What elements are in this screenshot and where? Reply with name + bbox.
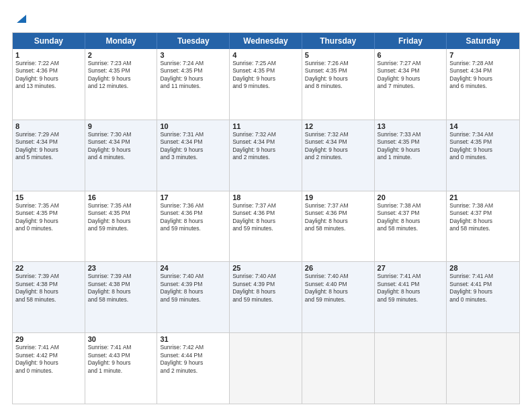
day-number: 4 — [232, 51, 299, 59]
calendar-cell: 21Sunrise: 7:38 AMSunset: 4:37 PMDayligh… — [447, 191, 519, 262]
day-info: Sunrise: 7:38 AMSunset: 4:37 PMDaylight:… — [449, 202, 517, 233]
logo — [12, 12, 29, 26]
calendar-cell: 13Sunrise: 7:33 AMSunset: 4:35 PMDayligh… — [375, 120, 447, 191]
calendar-cell: 6Sunrise: 7:27 AMSunset: 4:34 PMDaylight… — [375, 49, 447, 120]
day-number: 24 — [160, 264, 226, 272]
day-info: Sunrise: 7:39 AMSunset: 4:38 PMDaylight:… — [88, 273, 154, 304]
day-number: 16 — [88, 193, 154, 201]
calendar-cell: 27Sunrise: 7:41 AMSunset: 4:41 PMDayligh… — [375, 262, 447, 332]
day-info: Sunrise: 7:40 AMSunset: 4:39 PMDaylight:… — [232, 273, 299, 304]
calendar-cell: 30Sunrise: 7:41 AMSunset: 4:43 PMDayligh… — [85, 333, 158, 404]
day-info: Sunrise: 7:40 AMSunset: 4:40 PMDaylight:… — [305, 273, 371, 304]
calendar-header-day: Sunday — [13, 33, 85, 49]
calendar-cell — [230, 333, 302, 404]
calendar-row: 15Sunrise: 7:35 AMSunset: 4:35 PMDayligh… — [13, 191, 519, 263]
day-number: 13 — [378, 122, 444, 130]
day-number: 19 — [305, 193, 371, 201]
header — [12, 12, 520, 26]
calendar-cell — [302, 333, 375, 404]
day-info: Sunrise: 7:35 AMSunset: 4:35 PMDaylight:… — [15, 202, 82, 233]
day-number: 23 — [88, 264, 154, 272]
day-number: 9 — [88, 122, 154, 130]
calendar-header-day: Monday — [85, 33, 158, 49]
day-number: 1 — [15, 51, 82, 59]
day-info: Sunrise: 7:24 AMSunset: 4:35 PMDaylight:… — [160, 60, 226, 91]
day-number: 7 — [449, 51, 517, 59]
day-number: 29 — [15, 335, 82, 343]
calendar-cell: 10Sunrise: 7:31 AMSunset: 4:34 PMDayligh… — [157, 120, 230, 191]
calendar-header-day: Tuesday — [157, 33, 230, 49]
day-info: Sunrise: 7:41 AMSunset: 4:43 PMDaylight:… — [88, 344, 154, 375]
day-number: 21 — [449, 193, 517, 201]
day-number: 26 — [305, 264, 371, 272]
svg-marker-0 — [17, 15, 26, 23]
day-info: Sunrise: 7:22 AMSunset: 4:36 PMDaylight:… — [15, 60, 82, 91]
calendar-cell: 2Sunrise: 7:23 AMSunset: 4:35 PMDaylight… — [85, 49, 158, 120]
calendar-header-day: Thursday — [302, 33, 375, 49]
calendar-cell: 5Sunrise: 7:26 AMSunset: 4:35 PMDaylight… — [302, 49, 375, 120]
calendar-cell: 16Sunrise: 7:35 AMSunset: 4:35 PMDayligh… — [85, 191, 158, 262]
day-number: 3 — [160, 51, 226, 59]
day-number: 20 — [378, 193, 444, 201]
day-number: 12 — [305, 122, 371, 130]
calendar-cell: 18Sunrise: 7:37 AMSunset: 4:36 PMDayligh… — [230, 191, 302, 262]
day-info: Sunrise: 7:38 AMSunset: 4:37 PMDaylight:… — [378, 202, 444, 233]
day-info: Sunrise: 7:31 AMSunset: 4:34 PMDaylight:… — [160, 131, 226, 162]
calendar-cell: 31Sunrise: 7:42 AMSunset: 4:44 PMDayligh… — [157, 333, 230, 404]
calendar-cell: 12Sunrise: 7:32 AMSunset: 4:34 PMDayligh… — [302, 120, 375, 191]
day-number: 17 — [160, 193, 226, 201]
calendar-row: 29Sunrise: 7:41 AMSunset: 4:42 PMDayligh… — [13, 333, 519, 404]
calendar-cell: 26Sunrise: 7:40 AMSunset: 4:40 PMDayligh… — [302, 262, 375, 332]
calendar-cell: 3Sunrise: 7:24 AMSunset: 4:35 PMDaylight… — [157, 49, 230, 120]
day-info: Sunrise: 7:41 AMSunset: 4:42 PMDaylight:… — [15, 344, 82, 375]
day-info: Sunrise: 7:26 AMSunset: 4:35 PMDaylight:… — [305, 60, 371, 91]
day-info: Sunrise: 7:34 AMSunset: 4:35 PMDaylight:… — [449, 131, 517, 162]
day-info: Sunrise: 7:42 AMSunset: 4:44 PMDaylight:… — [160, 344, 226, 375]
day-info: Sunrise: 7:37 AMSunset: 4:36 PMDaylight:… — [305, 202, 371, 233]
day-info: Sunrise: 7:41 AMSunset: 4:41 PMDaylight:… — [449, 273, 517, 304]
calendar-cell — [375, 333, 447, 404]
calendar-cell: 23Sunrise: 7:39 AMSunset: 4:38 PMDayligh… — [85, 262, 158, 332]
day-number: 10 — [160, 122, 226, 130]
page: SundayMondayTuesdayWednesdayThursdayFrid… — [0, 0, 532, 411]
day-number: 2 — [88, 51, 154, 59]
day-info: Sunrise: 7:32 AMSunset: 4:34 PMDaylight:… — [232, 131, 299, 162]
calendar-cell: 24Sunrise: 7:40 AMSunset: 4:39 PMDayligh… — [157, 262, 230, 332]
day-info: Sunrise: 7:28 AMSunset: 4:34 PMDaylight:… — [449, 60, 517, 91]
calendar-header-day: Saturday — [447, 33, 519, 49]
day-info: Sunrise: 7:39 AMSunset: 4:38 PMDaylight:… — [15, 273, 82, 304]
day-info: Sunrise: 7:37 AMSunset: 4:36 PMDaylight:… — [232, 202, 299, 233]
day-info: Sunrise: 7:36 AMSunset: 4:36 PMDaylight:… — [160, 202, 226, 233]
calendar-cell: 9Sunrise: 7:30 AMSunset: 4:34 PMDaylight… — [85, 120, 158, 191]
day-number: 5 — [305, 51, 371, 59]
calendar-header-day: Wednesday — [230, 33, 302, 49]
day-number: 6 — [378, 51, 444, 59]
day-number: 28 — [449, 264, 517, 272]
calendar-cell: 20Sunrise: 7:38 AMSunset: 4:37 PMDayligh… — [375, 191, 447, 262]
calendar-cell: 1Sunrise: 7:22 AMSunset: 4:36 PMDaylight… — [13, 49, 85, 120]
day-number: 18 — [232, 193, 299, 201]
logo-triangle-icon — [14, 11, 29, 26]
calendar-header: SundayMondayTuesdayWednesdayThursdayFrid… — [13, 33, 519, 49]
calendar-cell: 15Sunrise: 7:35 AMSunset: 4:35 PMDayligh… — [13, 191, 85, 262]
day-info: Sunrise: 7:35 AMSunset: 4:35 PMDaylight:… — [88, 202, 154, 233]
calendar-cell: 19Sunrise: 7:37 AMSunset: 4:36 PMDayligh… — [302, 191, 375, 262]
day-number: 25 — [232, 264, 299, 272]
day-info: Sunrise: 7:23 AMSunset: 4:35 PMDaylight:… — [88, 60, 154, 91]
logo-blue-row — [12, 12, 29, 26]
day-number: 30 — [88, 335, 154, 343]
calendar-cell: 17Sunrise: 7:36 AMSunset: 4:36 PMDayligh… — [157, 191, 230, 262]
day-number: 27 — [378, 264, 444, 272]
day-info: Sunrise: 7:27 AMSunset: 4:34 PMDaylight:… — [378, 60, 444, 91]
calendar: SundayMondayTuesdayWednesdayThursdayFrid… — [12, 32, 520, 404]
calendar-cell: 14Sunrise: 7:34 AMSunset: 4:35 PMDayligh… — [447, 120, 519, 191]
day-info: Sunrise: 7:41 AMSunset: 4:41 PMDaylight:… — [378, 273, 444, 304]
day-info: Sunrise: 7:40 AMSunset: 4:39 PMDaylight:… — [160, 273, 226, 304]
calendar-row: 1Sunrise: 7:22 AMSunset: 4:36 PMDaylight… — [13, 49, 519, 120]
day-number: 22 — [15, 264, 82, 272]
day-number: 11 — [232, 122, 299, 130]
calendar-row: 8Sunrise: 7:29 AMSunset: 4:34 PMDaylight… — [13, 120, 519, 191]
day-number: 14 — [449, 122, 517, 130]
calendar-cell: 25Sunrise: 7:40 AMSunset: 4:39 PMDayligh… — [230, 262, 302, 332]
day-info: Sunrise: 7:29 AMSunset: 4:34 PMDaylight:… — [15, 131, 82, 162]
